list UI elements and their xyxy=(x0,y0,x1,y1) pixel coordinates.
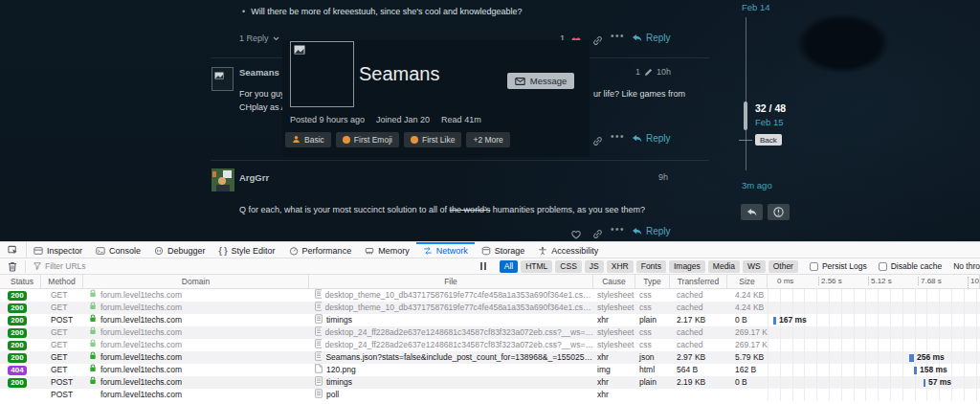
size-cell xyxy=(727,389,768,401)
clear-requests-button[interactable] xyxy=(0,261,25,272)
column-header-status[interactable]: Status xyxy=(0,275,41,288)
network-request-row[interactable]: POSTforum.level1techs.compollxhr xyxy=(0,389,980,401)
node-picker-icon xyxy=(8,245,18,256)
status-badge: 200 xyxy=(8,303,27,313)
file-text: desktop_theme_10_db43717587619fe77c4fe45… xyxy=(325,302,593,314)
checkbox-disable-cache[interactable]: Disable cache xyxy=(879,261,942,271)
type-cell xyxy=(635,389,670,401)
tab-debugger[interactable]: Debugger xyxy=(147,242,212,258)
timeline-scrubber[interactable] xyxy=(744,101,747,130)
checkbox-persist-logs[interactable]: Persist Logs xyxy=(810,261,867,271)
share-button[interactable] xyxy=(741,204,763,220)
user-badge-first-like[interactable]: First Like xyxy=(404,132,461,147)
column-header-transferred[interactable]: Transferred xyxy=(670,275,727,288)
network-request-row[interactable]: 200POSTforum.level1techs.comtimingsxhrpl… xyxy=(0,314,980,326)
timeline-current-date: Feb 15 xyxy=(755,117,784,127)
status-badge: 404 xyxy=(8,366,27,375)
pencil-icon[interactable] xyxy=(644,68,653,77)
network-request-row[interactable]: 200GETforum.level1techs.comdesktop_24_ff… xyxy=(0,339,980,351)
user-badge-basic[interactable]: Basic xyxy=(285,132,331,147)
post-age[interactable]: 10h xyxy=(657,67,671,77)
column-header-waterfall[interactable]: 0 ms2.56 s5.12 s7.68 s10.24 s xyxy=(768,275,980,288)
waterfall-time: 158 ms xyxy=(920,364,947,376)
domain-text: forum.level1techs.com xyxy=(100,326,182,339)
lock-icon xyxy=(89,376,97,389)
file-text-icon xyxy=(315,351,322,364)
filter-pill-all[interactable]: All xyxy=(500,260,518,273)
user-badge-first-emoji[interactable]: First Emoji xyxy=(336,132,399,147)
filter-pill-xhr[interactable]: XHR xyxy=(607,260,634,273)
status-badge: 200 xyxy=(8,291,27,301)
reply-button[interactable]: Reply xyxy=(632,33,671,43)
domain-cell: forum.level1techs.com xyxy=(83,314,309,326)
network-request-list: 200GETforum.level1techs.comdesktop_theme… xyxy=(0,289,980,401)
timeline-progress: 32 / 48 xyxy=(755,102,786,114)
column-header-size[interactable]: Size xyxy=(727,275,768,288)
message-button[interactable]: Message xyxy=(507,73,574,89)
column-header-method[interactable]: Method xyxy=(41,275,83,288)
timeline-last-activity[interactable]: 3m ago xyxy=(742,180,772,191)
timeline-start-date[interactable]: Feb 14 xyxy=(742,2,770,12)
link-icon[interactable] xyxy=(592,133,603,150)
column-header-domain[interactable]: Domain xyxy=(83,275,309,288)
user-card-name: Seamans xyxy=(359,63,440,85)
network-request-row[interactable]: 200GETforum.level1techs.comSeamans.json?… xyxy=(0,351,980,364)
avatar[interactable] xyxy=(212,67,234,91)
pick-element-button[interactable] xyxy=(0,242,27,258)
tab-storage[interactable]: Storage xyxy=(475,242,532,258)
filter-urls-input[interactable]: Filter URLs xyxy=(33,261,480,271)
filter-pill-ws[interactable]: WS xyxy=(743,260,766,273)
ellipsis-icon[interactable]: ••• xyxy=(611,31,625,41)
network-request-row[interactable]: 200GETforum.level1techs.comdesktop_24_ff… xyxy=(0,326,980,339)
tab-accessibility[interactable]: Accessibility xyxy=(531,242,605,258)
file-text-icon xyxy=(315,289,322,302)
link-icon[interactable] xyxy=(592,33,603,50)
user-badge-2-more[interactable]: +2 More xyxy=(466,132,509,147)
checkbox-box xyxy=(810,262,818,271)
checkbox-box xyxy=(879,262,887,271)
filter-pill-fonts[interactable]: Fonts xyxy=(636,260,666,273)
tab-console[interactable]: Console xyxy=(89,242,147,258)
time-tick: 0 ms xyxy=(775,277,793,285)
back-button[interactable]: Back xyxy=(755,134,782,146)
filter-pill-css[interactable]: CSS xyxy=(555,260,581,273)
ellipsis-icon[interactable]: ••• xyxy=(611,131,625,142)
filter-pill-other[interactable]: Other xyxy=(768,260,798,273)
read-stat: Read 41m xyxy=(441,115,481,124)
tab-performance[interactable]: Performance xyxy=(282,242,359,258)
post-username[interactable]: Seamans xyxy=(239,67,279,78)
size-cell: 4.24 KB xyxy=(727,302,768,314)
status-badge: 200 xyxy=(8,353,27,363)
filter-pill-js[interactable]: JS xyxy=(585,260,604,273)
throttling-select[interactable]: No thro xyxy=(953,261,980,271)
tab-network[interactable]: Network xyxy=(416,242,475,258)
pause-traffic-button[interactable] xyxy=(480,262,486,270)
network-request-row[interactable]: 404GETforum.level1techs.com120.pngimghtm… xyxy=(0,364,980,376)
link-icon[interactable] xyxy=(592,226,603,241)
tab-style-editor[interactable]: { }Style Editor xyxy=(212,242,282,258)
tab-label: Network xyxy=(436,246,468,256)
filter-pill-images[interactable]: Images xyxy=(669,260,705,273)
info-button[interactable] xyxy=(768,204,790,220)
network-request-row[interactable]: 200POSTforum.level1techs.comtimingsxhrpl… xyxy=(0,376,980,389)
reply-button[interactable]: Reply xyxy=(632,133,671,144)
post-username[interactable]: ArgGrr xyxy=(239,172,269,183)
tab-inspector[interactable]: Inspector xyxy=(27,242,89,258)
ellipsis-icon[interactable]: ••• xyxy=(611,224,625,235)
heart-outline-icon[interactable] xyxy=(570,226,582,241)
column-header-type[interactable]: Type xyxy=(635,275,670,288)
avatar[interactable] xyxy=(212,168,234,191)
column-header-file[interactable]: File xyxy=(309,275,593,288)
tab-memory[interactable]: Memory xyxy=(358,242,416,258)
filter-pill-media[interactable]: Media xyxy=(708,260,740,273)
network-request-row[interactable]: 200GETforum.level1techs.comdesktop_theme… xyxy=(0,302,980,314)
tab-label: Style Editor xyxy=(232,246,276,256)
post-age[interactable]: 9h xyxy=(658,172,668,182)
network-request-row[interactable]: 200GETforum.level1techs.comdesktop_theme… xyxy=(0,289,980,302)
filter-pill-html[interactable]: HTML xyxy=(521,260,552,273)
domain-cell: forum.level1techs.com xyxy=(83,302,309,314)
reply-button[interactable]: Reply xyxy=(632,226,671,236)
file-text: desktop_theme_10_db43717587619fe77c4fe45… xyxy=(325,289,593,302)
column-header-cause[interactable]: Cause xyxy=(593,275,635,288)
user-card-avatar[interactable] xyxy=(290,41,354,107)
